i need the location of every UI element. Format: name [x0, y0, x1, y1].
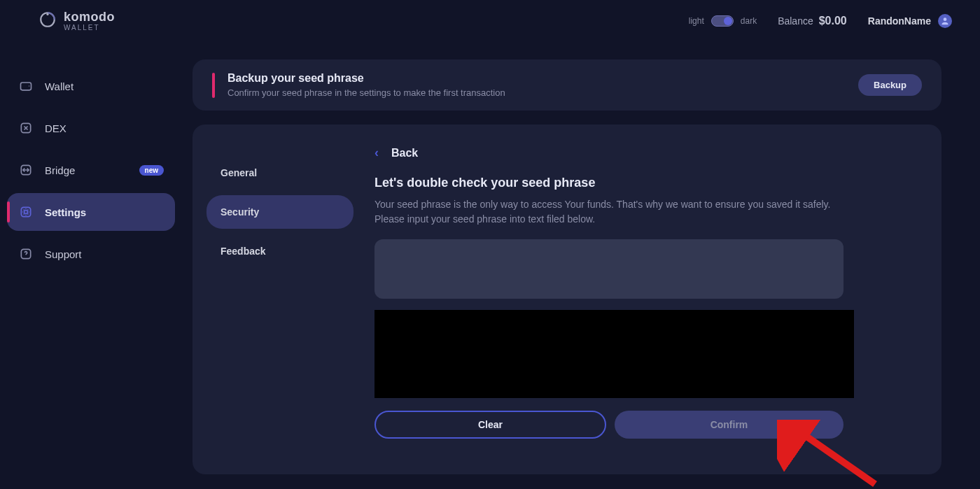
clear-button[interactable]: Clear	[374, 411, 606, 439]
sidebar-item-dex[interactable]: DEX	[7, 109, 175, 147]
tab-general[interactable]: General	[206, 156, 354, 190]
settings-content: General Security Feedback ‹ Back Let's d…	[192, 125, 941, 474]
balance-label: Balance	[778, 15, 813, 27]
panel-title: Let's double check your seed phrase	[374, 176, 920, 190]
chevron-left-icon: ‹	[374, 146, 379, 160]
confirm-button[interactable]: Confirm	[615, 411, 844, 439]
avatar-icon	[938, 14, 952, 28]
main: Backup your seed phrase Confirm your see…	[182, 42, 980, 489]
banner-accent	[212, 73, 215, 98]
sidebar-item-label: Wallet	[45, 80, 74, 92]
seed-phrase-input[interactable]	[374, 239, 844, 299]
brand-name: komodo	[64, 10, 115, 23]
sidebar-item-label: DEX	[45, 122, 66, 134]
settings-tabs: General Security Feedback	[206, 139, 354, 460]
bridge-icon	[18, 162, 34, 178]
svg-point-7	[24, 211, 28, 214]
user-name: RandonName	[868, 15, 931, 27]
security-panel: ‹ Back Let's double check your seed phra…	[360, 139, 927, 460]
tab-security[interactable]: Security	[206, 195, 354, 229]
sidebar-item-label: Support	[45, 248, 82, 260]
sidebar-item-bridge[interactable]: Bridge new	[7, 151, 175, 189]
sidebar-item-label: Bridge	[45, 164, 75, 176]
support-icon	[18, 246, 34, 262]
komodo-logo-icon	[38, 10, 57, 31]
sidebar-item-wallet[interactable]: Wallet	[7, 67, 175, 105]
back-label: Back	[391, 147, 418, 160]
balance-value: $0.00	[819, 15, 847, 27]
sidebar-item-label: Settings	[45, 206, 86, 218]
new-badge: new	[139, 165, 164, 176]
theme-light-label: light	[689, 16, 704, 26]
logo[interactable]: komodo WALLET	[38, 10, 115, 31]
tab-feedback[interactable]: Feedback	[206, 234, 354, 268]
dex-icon	[18, 120, 34, 136]
sidebar-item-settings[interactable]: Settings	[7, 193, 175, 231]
backup-button[interactable]: Backup	[858, 74, 922, 96]
tab-label: General	[220, 167, 257, 178]
theme-toggle[interactable]: light dark	[689, 15, 757, 27]
user-menu[interactable]: RandonName	[868, 14, 952, 28]
svg-point-1	[46, 13, 48, 15]
balance: Balance $0.00	[778, 15, 847, 27]
brand-sub: WALLET	[64, 24, 115, 31]
toggle-switch-icon[interactable]	[711, 15, 734, 27]
theme-dark-label: dark	[741, 16, 757, 26]
wallet-icon	[18, 78, 34, 94]
svg-rect-3	[21, 83, 31, 90]
tab-label: Feedback	[220, 246, 266, 257]
banner-subtitle: Confirm your seed phrase in the settings…	[227, 87, 846, 98]
banner-title: Backup your seed phrase	[227, 72, 846, 85]
tab-label: Security	[220, 206, 259, 218]
back-link[interactable]: ‹ Back	[374, 146, 920, 160]
backup-banner: Backup your seed phrase Confirm your see…	[192, 59, 941, 111]
svg-point-2	[944, 17, 947, 21]
gear-icon	[18, 204, 34, 220]
redacted-seed-area	[374, 310, 854, 398]
panel-description: Your seed phrase is the only way to acce…	[374, 197, 850, 227]
header: komodo WALLET light dark Balance $0.00 R…	[0, 0, 980, 42]
sidebar: Wallet DEX Bridge new Settings Support	[0, 42, 182, 489]
sidebar-item-support[interactable]: Support	[7, 235, 175, 273]
